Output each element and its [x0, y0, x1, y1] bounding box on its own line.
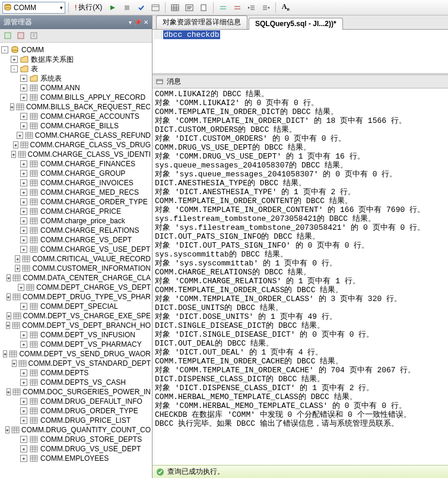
disconnect-button[interactable]: [15, 30, 26, 41]
tree-node[interactable]: +COMM.DRUG_QUANTITY_COUNT_CO: [1, 425, 151, 435]
stop-button[interactable]: [120, 2, 134, 14]
messages-output[interactable]: COMM.LIUKAI2的 DBCC 结果。 对象 'COMM.LIUKAI2'…: [152, 88, 448, 465]
expand-toggle[interactable]: +: [20, 246, 27, 253]
expand-toggle[interactable]: +: [20, 417, 27, 424]
pin-icon[interactable]: ▾: [129, 19, 132, 26]
expand-toggle[interactable]: +: [20, 160, 27, 167]
expand-toggle[interactable]: +: [20, 303, 27, 310]
expand-toggle[interactable]: +: [20, 341, 27, 348]
tab-sqlquery[interactable]: SQLQuery5.sql - JI...2))*: [249, 18, 343, 30]
expand-toggle[interactable]: +: [20, 113, 27, 120]
tree-node[interactable]: -COMM: [1, 45, 151, 55]
tree-node[interactable]: +COMM.CHARGE_RELATIONS: [1, 226, 151, 235]
tree-node[interactable]: +COMM.ANN: [1, 83, 151, 93]
connect-button[interactable]: [2, 30, 13, 41]
tree-node[interactable]: +COMM.CUSTOMER_INFORMATION: [1, 264, 151, 273]
expand-toggle[interactable]: +: [7, 293, 11, 300]
tree-node[interactable]: +COMM.CHARGE_ORDER_TYPE: [1, 197, 151, 207]
expand-toggle[interactable]: +: [6, 322, 10, 329]
messages-tab[interactable]: 消息: [152, 75, 448, 88]
tree-node[interactable]: +COMM.DEPT_VS_SEND_DRUG_WAOR: [1, 349, 151, 359]
expand-toggle[interactable]: +: [20, 369, 27, 376]
tree-node[interactable]: +COMM.CHARGE_PRICE: [1, 207, 151, 216]
tree-node[interactable]: +COMM.DEPT_DRUG_TYPE_VS_PHAR: [1, 292, 151, 302]
tree-node[interactable]: +COMM.DRUG_STORE_DEPTS: [1, 435, 151, 444]
expand-toggle[interactable]: +: [20, 407, 27, 414]
tree-node[interactable]: +COMM.DEPT_VS_CHARGE_EXE_SPE: [1, 311, 151, 321]
tree-node[interactable]: +COMM.CHARGE_BILLS: [1, 121, 151, 131]
sql-editor[interactable]: dbcc checkdb: [152, 30, 448, 75]
tree-node[interactable]: +COMM.DATA_CENTER_CHARGE_CLA: [1, 273, 151, 283]
expand-toggle[interactable]: +: [18, 284, 24, 291]
expand-toggle[interactable]: -: [11, 65, 18, 72]
tree-node[interactable]: +COMM.DEPT_VS_DEPT_BRANCH_HO: [1, 321, 151, 330]
expand-toggle[interactable]: +: [7, 388, 11, 395]
tab-object-details[interactable]: 对象资源管理器详细信息: [156, 15, 247, 29]
autohide-icon[interactable]: 📌: [134, 19, 141, 26]
tree-node[interactable]: +COMM.CHARGE_FINANCES: [1, 159, 151, 169]
tree-node[interactable]: -表: [1, 64, 151, 74]
tree-node[interactable]: +COMM.DEPT_VS_PHARMACY: [1, 340, 151, 349]
tree-node[interactable]: +COMM.DEPT_SPECIAL: [1, 302, 151, 311]
expand-toggle[interactable]: +: [20, 398, 27, 405]
results-file-button[interactable]: [197, 2, 210, 14]
database-combo[interactable]: COMM ▾: [2, 2, 65, 14]
tree-node[interactable]: +COMM.DRUG_ORDER_TYPE: [1, 406, 151, 416]
comment-button[interactable]: [217, 2, 230, 14]
results-grid-button[interactable]: [169, 2, 182, 14]
uncomment-button[interactable]: [231, 2, 244, 14]
sql-code-line[interactable]: dbcc checkdb: [163, 30, 220, 39]
expand-toggle[interactable]: +: [20, 170, 27, 177]
expand-toggle[interactable]: +: [20, 122, 27, 129]
tree-node[interactable]: +COMM.DEPTS_VS_CASH: [1, 378, 151, 387]
tree-node[interactable]: +COMM.CHARGE_CLASS_REFUND: [1, 131, 151, 140]
expand-toggle[interactable]: +: [11, 151, 15, 158]
tree-node[interactable]: +COMM.CHARGE_ACCOUNTS: [1, 112, 151, 121]
tree-node[interactable]: +COMM.DOC_SURGERIES_POWER_IN: [1, 387, 151, 397]
tree-node[interactable]: +COMM.DEPT_CHARGE_VS_DEPT: [1, 283, 151, 292]
specify-values-button[interactable]: AB: [279, 2, 292, 14]
expand-toggle[interactable]: +: [13, 141, 18, 148]
results-text-button[interactable]: [183, 2, 196, 14]
expand-toggle[interactable]: +: [7, 274, 11, 281]
expand-toggle[interactable]: +: [20, 227, 27, 234]
tree-node[interactable]: +COMM.CHARGE_INVOICES: [1, 178, 151, 188]
indent-button[interactable]: [259, 2, 272, 14]
tree-node[interactable]: +数据库关系图: [1, 55, 151, 64]
refresh-button[interactable]: [28, 30, 39, 41]
object-tree[interactable]: -COMM+数据库关系图-表+系统表+COMM.ANN+COMM.BILLS_A…: [0, 43, 152, 478]
expand-toggle[interactable]: +: [20, 208, 27, 215]
tree-node[interactable]: +COMM.CHARGE_MED_RECS: [1, 188, 151, 197]
expand-toggle[interactable]: +: [20, 331, 27, 338]
tree-node[interactable]: +COMM.DRUG_DEFAULT_INFO: [1, 397, 151, 406]
expand-toggle[interactable]: +: [20, 236, 27, 243]
expand-toggle[interactable]: +: [5, 426, 9, 433]
expand-toggle[interactable]: +: [20, 217, 27, 224]
expand-toggle[interactable]: +: [20, 436, 27, 443]
tree-node[interactable]: +COMM.charge_price_back: [1, 216, 151, 226]
tree-node[interactable]: +COMM.DRUG_PRICE_LIST: [1, 416, 151, 425]
tree-node[interactable]: +COMM.CHARGE_GROUP: [1, 169, 151, 178]
expand-toggle[interactable]: +: [3, 350, 7, 357]
tree-node[interactable]: +COMM.DEPTS: [1, 368, 151, 378]
expand-toggle[interactable]: +: [20, 445, 27, 452]
expand-toggle[interactable]: +: [20, 198, 27, 205]
expand-toggle[interactable]: +: [17, 132, 23, 139]
tree-node[interactable]: +COMM.CHARGE_VS_USE_DEPT: [1, 245, 151, 254]
tree-node[interactable]: +COMM.CRITICAL_VALUE_RECORD: [1, 254, 151, 264]
parse-button[interactable]: [135, 2, 148, 14]
tree-node[interactable]: +系统表: [1, 74, 151, 83]
tree-node[interactable]: +COMM.BILLS_APPLY_RECORD: [1, 93, 151, 102]
estimated-plan-button[interactable]: [149, 2, 162, 14]
tree-node[interactable]: +COMM.DEPT_VS_STANDARD_DEPT: [1, 359, 151, 368]
tree-node[interactable]: +COMM.DEPT_VS_INFUSION: [1, 330, 151, 340]
expand-toggle[interactable]: +: [20, 189, 27, 196]
expand-toggle[interactable]: +: [20, 84, 27, 91]
outdent-button[interactable]: [245, 2, 258, 14]
tree-node[interactable]: +COMM.DRUG_VS_USE_DEPT: [1, 444, 151, 454]
expand-toggle[interactable]: +: [15, 265, 20, 272]
tree-node[interactable]: +COMM.EMPLOYEES: [1, 454, 151, 463]
expand-toggle[interactable]: +: [20, 94, 27, 101]
tree-node[interactable]: +COMM.CHARGE_VS_DEPT: [1, 235, 151, 245]
tree-node[interactable]: +COMM.BILLS_BACK_REQUEST_REC: [1, 102, 151, 112]
